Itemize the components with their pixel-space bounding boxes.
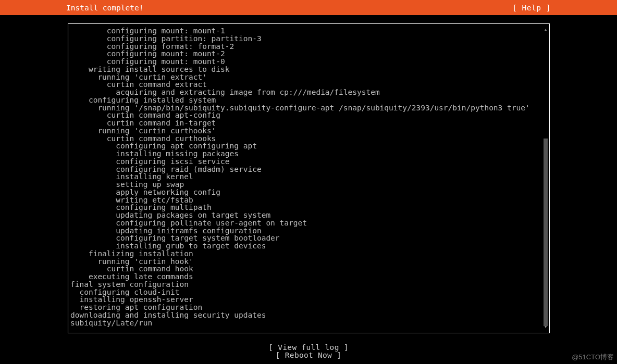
reboot-now-button[interactable]: [ Reboot Now ] [0, 352, 617, 359]
watermark-text: @51CTO博客 [572, 353, 614, 362]
footer-actions: [ View full log ] [ Reboot Now ] [0, 344, 617, 359]
scroll-up-arrow-icon[interactable]: ▴ [544, 27, 548, 32]
help-button[interactable]: [ Help ] [512, 4, 551, 12]
scrollbar-thumb[interactable] [544, 139, 548, 326]
install-log-content: configuring mount: mount-1 configuring p… [68, 27, 549, 327]
scroll-down-arrow-icon[interactable]: ▾ [544, 324, 548, 330]
view-full-log-button[interactable]: [ View full log ] [0, 344, 617, 352]
install-log-frame: configuring mount: mount-1 configuring p… [68, 23, 550, 333]
header-bar: Install complete! [ Help ] [0, 0, 617, 15]
install-title: Install complete! [66, 4, 143, 12]
scrollbar-track[interactable]: ▴ ▾ [544, 27, 548, 330]
